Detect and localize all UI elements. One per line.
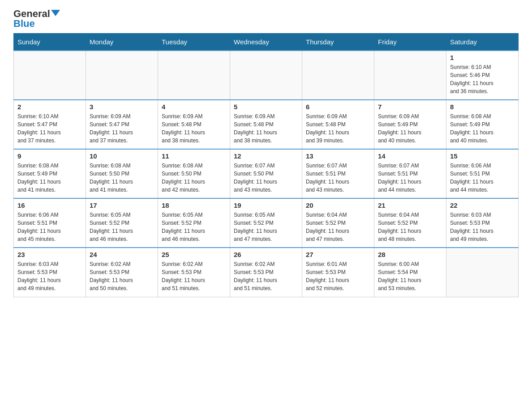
calendar-cell: 24Sunrise: 6:02 AM Sunset: 5:53 PM Dayli… <box>86 248 158 297</box>
weekday-header-row: SundayMondayTuesdayWednesdayThursdayFrid… <box>14 34 519 51</box>
day-info: Sunrise: 6:05 AM Sunset: 5:52 PM Dayligh… <box>162 211 226 243</box>
week-row-2: 2Sunrise: 6:10 AM Sunset: 5:47 PM Daylig… <box>14 100 519 149</box>
calendar-cell: 16Sunrise: 6:06 AM Sunset: 5:51 PM Dayli… <box>14 198 86 248</box>
weekday-header-wednesday: Wednesday <box>230 34 302 51</box>
day-number: 6 <box>306 103 370 111</box>
day-number: 28 <box>378 251 442 258</box>
weekday-header-monday: Monday <box>86 34 158 51</box>
day-number: 1 <box>450 54 515 61</box>
logo-blue-text: Blue <box>13 19 35 29</box>
day-info: Sunrise: 6:10 AM Sunset: 5:46 PM Dayligh… <box>450 63 515 95</box>
day-info: Sunrise: 6:09 AM Sunset: 5:48 PM Dayligh… <box>234 112 298 145</box>
calendar-cell: 20Sunrise: 6:04 AM Sunset: 5:52 PM Dayli… <box>302 198 374 248</box>
day-number: 5 <box>234 103 298 111</box>
day-number: 10 <box>90 152 154 160</box>
day-number: 8 <box>450 103 515 111</box>
day-info: Sunrise: 6:07 AM Sunset: 5:51 PM Dayligh… <box>306 162 370 194</box>
day-number: 4 <box>162 103 226 111</box>
weekday-header-sunday: Sunday <box>14 34 86 51</box>
calendar-cell: 26Sunrise: 6:02 AM Sunset: 5:53 PM Dayli… <box>230 248 302 297</box>
calendar-cell: 2Sunrise: 6:10 AM Sunset: 5:47 PM Daylig… <box>14 100 86 149</box>
week-row-4: 16Sunrise: 6:06 AM Sunset: 5:51 PM Dayli… <box>14 198 519 248</box>
calendar-cell: 15Sunrise: 6:06 AM Sunset: 5:51 PM Dayli… <box>446 149 519 198</box>
weekday-header-tuesday: Tuesday <box>158 34 230 51</box>
calendar-cell: 4Sunrise: 6:09 AM Sunset: 5:48 PM Daylig… <box>158 100 230 149</box>
day-info: Sunrise: 6:02 AM Sunset: 5:53 PM Dayligh… <box>234 260 298 292</box>
day-info: Sunrise: 6:03 AM Sunset: 5:53 PM Dayligh… <box>17 260 82 292</box>
day-number: 22 <box>450 201 515 209</box>
day-info: Sunrise: 6:09 AM Sunset: 5:49 PM Dayligh… <box>378 112 442 145</box>
day-info: Sunrise: 6:06 AM Sunset: 5:51 PM Dayligh… <box>17 211 82 243</box>
calendar-cell: 9Sunrise: 6:08 AM Sunset: 5:49 PM Daylig… <box>14 149 86 198</box>
calendar-cell: 1Sunrise: 6:10 AM Sunset: 5:46 PM Daylig… <box>446 51 519 100</box>
day-number: 9 <box>17 152 82 160</box>
day-info: Sunrise: 6:05 AM Sunset: 5:52 PM Dayligh… <box>90 211 154 243</box>
calendar-cell: 12Sunrise: 6:07 AM Sunset: 5:50 PM Dayli… <box>230 149 302 198</box>
day-number: 18 <box>162 201 226 209</box>
week-row-3: 9Sunrise: 6:08 AM Sunset: 5:49 PM Daylig… <box>14 149 519 198</box>
calendar-cell: 18Sunrise: 6:05 AM Sunset: 5:52 PM Dayli… <box>158 198 230 248</box>
calendar-cell <box>446 248 519 297</box>
day-number: 24 <box>90 251 154 258</box>
calendar-cell: 27Sunrise: 6:01 AM Sunset: 5:53 PM Dayli… <box>302 248 374 297</box>
day-number: 7 <box>378 103 442 111</box>
logo-general-text: General <box>13 9 50 19</box>
calendar-cell: 14Sunrise: 6:07 AM Sunset: 5:51 PM Dayli… <box>374 149 446 198</box>
weekday-header-saturday: Saturday <box>446 34 519 51</box>
day-number: 16 <box>17 201 82 209</box>
day-info: Sunrise: 6:08 AM Sunset: 5:49 PM Dayligh… <box>450 112 515 145</box>
day-info: Sunrise: 6:09 AM Sunset: 5:48 PM Dayligh… <box>162 112 226 145</box>
day-info: Sunrise: 6:03 AM Sunset: 5:53 PM Dayligh… <box>450 211 515 243</box>
week-row-1: 1Sunrise: 6:10 AM Sunset: 5:46 PM Daylig… <box>14 51 519 100</box>
calendar-cell <box>374 51 446 100</box>
weekday-header-thursday: Thursday <box>302 34 374 51</box>
day-number: 13 <box>306 152 370 160</box>
calendar-cell: 23Sunrise: 6:03 AM Sunset: 5:53 PM Dayli… <box>14 248 86 297</box>
calendar-cell <box>230 51 302 100</box>
day-info: Sunrise: 6:08 AM Sunset: 5:50 PM Dayligh… <box>162 162 226 194</box>
day-info: Sunrise: 6:02 AM Sunset: 5:53 PM Dayligh… <box>90 260 154 292</box>
calendar-cell: 17Sunrise: 6:05 AM Sunset: 5:52 PM Dayli… <box>86 198 158 248</box>
calendar-cell <box>158 51 230 100</box>
logo: General Blue <box>13 9 60 29</box>
calendar-cell <box>86 51 158 100</box>
day-number: 21 <box>378 201 442 209</box>
day-number: 12 <box>234 152 298 160</box>
day-number: 2 <box>17 103 82 111</box>
calendar-cell: 10Sunrise: 6:08 AM Sunset: 5:50 PM Dayli… <box>86 149 158 198</box>
day-info: Sunrise: 6:09 AM Sunset: 5:48 PM Dayligh… <box>306 112 370 145</box>
day-info: Sunrise: 6:06 AM Sunset: 5:51 PM Dayligh… <box>450 162 515 194</box>
calendar-cell: 25Sunrise: 6:02 AM Sunset: 5:53 PM Dayli… <box>158 248 230 297</box>
day-number: 17 <box>90 201 154 209</box>
calendar-cell <box>14 51 86 100</box>
weekday-header-friday: Friday <box>374 34 446 51</box>
week-row-5: 23Sunrise: 6:03 AM Sunset: 5:53 PM Dayli… <box>14 248 519 297</box>
day-number: 26 <box>234 251 298 258</box>
logo-triangle-icon <box>51 10 60 16</box>
calendar-cell: 22Sunrise: 6:03 AM Sunset: 5:53 PM Dayli… <box>446 198 519 248</box>
day-info: Sunrise: 6:07 AM Sunset: 5:51 PM Dayligh… <box>378 162 442 194</box>
day-number: 15 <box>450 152 515 160</box>
day-number: 27 <box>306 251 370 258</box>
calendar-cell: 21Sunrise: 6:04 AM Sunset: 5:52 PM Dayli… <box>374 198 446 248</box>
day-info: Sunrise: 6:01 AM Sunset: 5:53 PM Dayligh… <box>306 260 370 292</box>
calendar-cell <box>302 51 374 100</box>
day-info: Sunrise: 6:00 AM Sunset: 5:54 PM Dayligh… <box>378 260 442 292</box>
calendar-table: SundayMondayTuesdayWednesdayThursdayFrid… <box>13 33 519 297</box>
day-info: Sunrise: 6:05 AM Sunset: 5:52 PM Dayligh… <box>234 211 298 243</box>
day-info: Sunrise: 6:10 AM Sunset: 5:47 PM Dayligh… <box>17 112 82 145</box>
calendar-cell: 5Sunrise: 6:09 AM Sunset: 5:48 PM Daylig… <box>230 100 302 149</box>
day-number: 23 <box>17 251 82 258</box>
calendar-cell: 8Sunrise: 6:08 AM Sunset: 5:49 PM Daylig… <box>446 100 519 149</box>
day-number: 20 <box>306 201 370 209</box>
day-info: Sunrise: 6:04 AM Sunset: 5:52 PM Dayligh… <box>378 211 442 243</box>
day-info: Sunrise: 6:08 AM Sunset: 5:50 PM Dayligh… <box>90 162 154 194</box>
calendar-cell: 28Sunrise: 6:00 AM Sunset: 5:54 PM Dayli… <box>374 248 446 297</box>
day-number: 14 <box>378 152 442 160</box>
day-info: Sunrise: 6:04 AM Sunset: 5:52 PM Dayligh… <box>306 211 370 243</box>
page-header: General Blue <box>13 9 519 29</box>
day-info: Sunrise: 6:08 AM Sunset: 5:49 PM Dayligh… <box>17 162 82 194</box>
calendar-cell: 13Sunrise: 6:07 AM Sunset: 5:51 PM Dayli… <box>302 149 374 198</box>
day-number: 19 <box>234 201 298 209</box>
day-number: 11 <box>162 152 226 160</box>
